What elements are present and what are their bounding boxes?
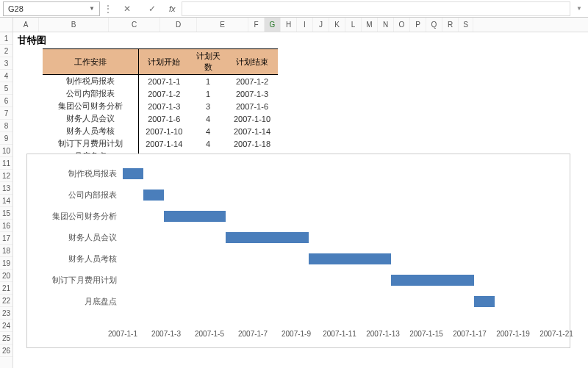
gantt-label: 集团公司财务分析 (52, 206, 123, 227)
row-header[interactable]: 10 (0, 145, 12, 157)
row-header[interactable]: 23 (0, 307, 12, 320)
table-cell: 2007-1-6 (138, 112, 190, 125)
column-header[interactable]: G (265, 18, 281, 32)
table-row: 公司内部报表2007-1-212007-1-3 (43, 87, 278, 100)
row-header[interactable]: 8 (0, 120, 12, 132)
table-cell: 2007-1-14 (138, 137, 190, 150)
table-cell: 2007-1-2 (226, 75, 278, 88)
row-header[interactable]: 17 (0, 232, 12, 245)
table-header: 计划开始 (138, 49, 190, 75)
gantt-row: 公司内部报表 (35, 184, 562, 206)
column-header[interactable]: K (329, 18, 345, 32)
gantt-label: 月底盘点 (85, 291, 123, 312)
gantt-bar (164, 211, 226, 222)
row-header[interactable]: 24 (0, 320, 12, 332)
table-cell: 1 (190, 87, 226, 100)
x-axis: 2007-1-12007-1-32007-1-52007-1-72007-1-9… (123, 330, 555, 342)
row-header[interactable]: 4 (0, 70, 12, 82)
table-cell: 3 (190, 100, 226, 112)
chevron-down-icon[interactable]: ▼ (573, 5, 585, 12)
row-header[interactable]: 9 (0, 132, 12, 145)
data-table: 工作安排计划开始计划天数计划结束 制作税局报表2007-1-112007-1-2… (43, 48, 278, 163)
row-header[interactable]: 11 (0, 157, 12, 170)
row-header[interactable]: 16 (0, 220, 12, 232)
gantt-row: 财务人员考核 (35, 248, 562, 270)
gantt-label: 财务人员会议 (68, 227, 123, 248)
table-header: 工作安排 (43, 49, 138, 75)
column-header[interactable]: Q (426, 18, 442, 32)
column-header[interactable]: C (109, 18, 160, 32)
row-header[interactable]: 2 (0, 45, 12, 57)
column-header[interactable]: J (313, 18, 329, 32)
row-header[interactable]: 20 (0, 270, 12, 282)
table-cell: 2007-1-3 (226, 87, 278, 100)
row-header[interactable]: 18 (0, 245, 12, 257)
table-cell: 财务人员会议 (43, 112, 138, 125)
table-row: 财务人员考核2007-1-1042007-1-14 (43, 125, 278, 137)
column-header[interactable]: P (410, 18, 426, 32)
row-header[interactable]: 13 (0, 182, 12, 195)
column-header[interactable]: E (197, 18, 248, 32)
column-header[interactable]: R (442, 18, 459, 32)
cancel-icon[interactable]: ✕ (116, 1, 138, 16)
row-header[interactable]: 6 (0, 95, 12, 107)
column-header[interactable]: D (160, 18, 197, 32)
column-header[interactable]: S (459, 18, 473, 32)
row-header[interactable]: 15 (0, 207, 12, 220)
accept-icon[interactable]: ✓ (141, 1, 163, 16)
x-tick: 2007-1-19 (495, 330, 531, 338)
row-header[interactable]: 19 (0, 257, 12, 270)
gantt-bar (226, 232, 308, 243)
gantt-label: 制作税局报表 (68, 163, 123, 184)
column-header[interactable]: A (13, 18, 39, 32)
row-gutter: 1234567891011121314151617181920212223242… (0, 18, 13, 368)
table-cell: 2007-1-14 (226, 125, 278, 137)
row-header[interactable]: 3 (0, 57, 12, 70)
table-cell: 4 (190, 137, 226, 150)
x-tick: 2007-1-17 (451, 330, 488, 338)
table-cell: 2007-1-3 (138, 100, 190, 112)
table-row: 集团公司财务分析2007-1-332007-1-6 (43, 100, 278, 112)
table-cell: 4 (190, 112, 226, 125)
column-header[interactable]: M (362, 18, 378, 32)
row-header[interactable]: 7 (0, 107, 12, 120)
x-tick: 2007-1-13 (365, 330, 401, 338)
formula-bar[interactable] (182, 1, 570, 16)
table-row: 财务人员会议2007-1-642007-1-10 (43, 112, 278, 125)
column-header[interactable]: I (297, 18, 313, 32)
column-header[interactable]: N (378, 18, 394, 32)
row-header[interactable]: 22 (0, 295, 12, 307)
table-cell: 公司内部报表 (43, 87, 138, 100)
gantt-chart[interactable]: 制作税局报表公司内部报表集团公司财务分析财务人员会议财务人员考核制订下月费用计划… (26, 154, 570, 348)
row-header[interactable]: 1 (0, 32, 12, 45)
name-box[interactable]: G28 ▼ (3, 1, 100, 16)
gantt-label: 公司内部报表 (68, 184, 123, 206)
fx-icon[interactable]: fx (169, 4, 176, 13)
gantt-label: 制订下月费用计划 (52, 270, 123, 291)
x-tick: 2007-1-3 (148, 330, 184, 338)
table-cell: 集团公司财务分析 (43, 100, 138, 112)
table-cell: 财务人员考核 (43, 125, 138, 137)
x-tick: 2007-1-9 (278, 330, 315, 338)
row-header[interactable]: 26 (0, 344, 12, 357)
x-tick: 2007-1-7 (234, 330, 271, 338)
column-header[interactable]: F (248, 18, 265, 32)
column-header[interactable]: B (39, 18, 109, 32)
column-header[interactable]: H (281, 18, 297, 32)
gantt-bar (123, 168, 143, 179)
table-row: 制订下月费用计划2007-1-1442007-1-18 (43, 137, 278, 150)
gantt-bar (309, 253, 391, 264)
grid: ABCDEFGHIJKLMNOPQRS 甘特图 工作安排计划开始计划天数计划结束… (13, 18, 588, 368)
gantt-row: 制订下月费用计划 (35, 270, 562, 291)
row-header[interactable]: 5 (0, 82, 12, 95)
column-header[interactable]: O (394, 18, 410, 32)
select-all-corner[interactable] (0, 18, 12, 32)
row-header[interactable]: 21 (0, 282, 12, 295)
column-header[interactable]: L (345, 18, 362, 32)
chevron-down-icon[interactable]: ▼ (89, 5, 95, 12)
row-header[interactable]: 14 (0, 195, 12, 207)
row-header[interactable]: 12 (0, 170, 12, 182)
row-header[interactable]: 25 (0, 332, 12, 344)
table-cell: 制作税局报表 (43, 75, 138, 88)
gantt-bar (474, 296, 495, 307)
